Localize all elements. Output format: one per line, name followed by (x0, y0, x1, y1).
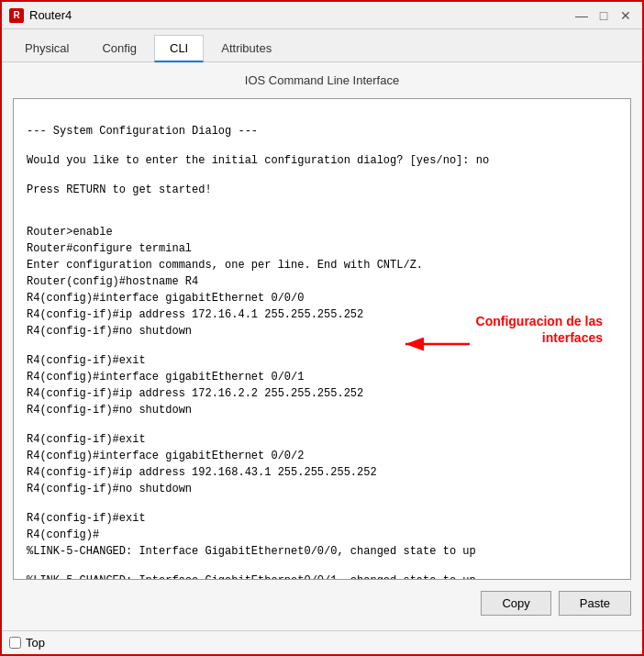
cli-line: Enter configuration commands, one per li… (27, 257, 617, 273)
tab-config[interactable]: Config (86, 35, 152, 61)
tab-physical[interactable]: Physical (9, 35, 84, 61)
minimize-button[interactable]: — (572, 6, 591, 25)
cli-line: R4(config-if)#exit (27, 352, 617, 369)
tabs-bar: Physical Config CLI Attributes (2, 29, 642, 62)
title-bar: R Router4 — □ ✕ (2, 2, 642, 29)
cli-line: R4(config-if)#ip address 172.16.2.2 255.… (27, 385, 617, 402)
paste-button[interactable]: Paste (559, 591, 631, 616)
title-bar-left: R Router4 (9, 8, 72, 23)
button-bar: Copy Paste (13, 587, 631, 619)
cli-line: Router>enable (27, 224, 617, 240)
cli-line: R4(config)#interface gigabitEthernet 0/0… (27, 448, 617, 464)
top-checkbox[interactable] (9, 637, 21, 649)
window-title: Router4 (29, 8, 72, 22)
close-button[interactable]: ✕ (616, 6, 635, 25)
cli-line: R4(config-if)#no shutdown (27, 402, 617, 418)
cli-section-title: IOS Command Line Interface (13, 73, 631, 87)
router-icon: R (9, 8, 24, 23)
cli-line: %LINK-5-CHANGED: Interface GigabitEthern… (27, 543, 617, 560)
tab-cli[interactable]: CLI (154, 35, 204, 62)
cli-line: --- System Configuration Dialog --- (27, 123, 617, 139)
cli-output[interactable]: --- System Configuration Dialog ---Would… (14, 99, 630, 579)
cli-line: Press RETURN to get started! (27, 182, 617, 198)
content-area: IOS Command Line Interface --- System Co… (2, 62, 642, 630)
cli-line: Router#configure terminal (27, 240, 617, 257)
cli-container[interactable]: --- System Configuration Dialog ---Would… (13, 98, 631, 580)
title-controls: — □ ✕ (572, 6, 635, 25)
cli-line: R4(config-if)#ip address 172.16.4.1 255.… (27, 306, 617, 323)
cli-line: Would you like to enter the initial conf… (27, 152, 617, 169)
cli-line: R4(config-if)#ip address 192.168.43.1 25… (27, 464, 617, 481)
cli-line: %LINK-5-CHANGED: Interface GigabitEthern… (27, 573, 617, 579)
maximize-button[interactable]: □ (594, 6, 613, 25)
cli-line: Router(config)#hostname R4 (27, 273, 617, 290)
cli-line: R4(config)#interface gigabitEthernet 0/0… (27, 290, 617, 306)
cli-line: R4(config-if)#exit (27, 510, 617, 527)
cli-line: R4(config-if)#no shutdown (27, 481, 617, 497)
cli-line: R4(config-if)#exit (27, 431, 617, 448)
cli-line: R4(config)#interface gigabitEthernet 0/0… (27, 369, 617, 385)
main-window: R Router4 — □ ✕ Physical Config CLI Attr… (0, 0, 644, 656)
tab-attributes[interactable]: Attributes (205, 35, 287, 61)
cli-line: R4(config)# (27, 527, 617, 543)
bottom-bar: Top (2, 630, 642, 654)
copy-button[interactable]: Copy (481, 591, 550, 616)
top-label[interactable]: Top (26, 636, 45, 650)
cli-line: R4(config-if)#no shutdown (27, 323, 617, 339)
top-checkbox-area[interactable]: Top (9, 636, 45, 650)
